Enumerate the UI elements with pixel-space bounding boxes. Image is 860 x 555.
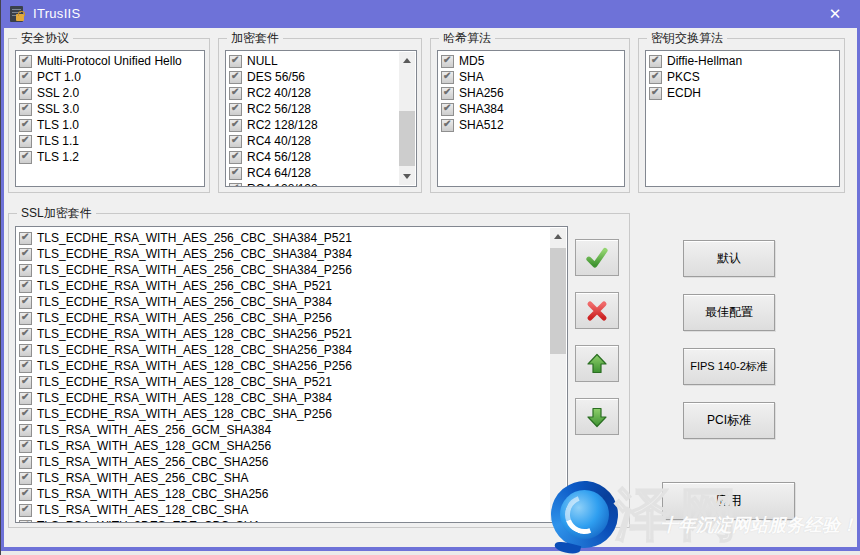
checkbox-checked-icon[interactable]: [19, 87, 32, 100]
list-item[interactable]: RC2 128/128: [228, 117, 399, 133]
checkbox-checked-icon[interactable]: [19, 520, 32, 524]
list-item[interactable]: TLS_RSA_WITH_AES_256_GCM_SHA384: [18, 422, 550, 438]
checkbox-checked-icon[interactable]: [441, 103, 454, 116]
checkbox-checked-icon[interactable]: [19, 103, 32, 116]
checkbox-checked-icon[interactable]: [229, 119, 242, 132]
checkbox-checked-icon[interactable]: [19, 280, 32, 293]
list-item[interactable]: TLS_ECDHE_RSA_WITH_AES_256_CBC_SHA384_P2…: [18, 262, 550, 278]
checkbox-checked-icon[interactable]: [19, 55, 32, 68]
checkbox-checked-icon[interactable]: [441, 55, 454, 68]
list-item[interactable]: SSL 3.0: [18, 101, 204, 117]
close-button[interactable]: ✕: [818, 2, 852, 26]
list-item[interactable]: PCT 1.0: [18, 69, 204, 85]
list-item[interactable]: TLS_ECDHE_RSA_WITH_AES_256_CBC_SHA_P256: [18, 310, 550, 326]
checkbox-checked-icon[interactable]: [19, 504, 32, 517]
checkbox-checked-icon[interactable]: [441, 87, 454, 100]
checkbox-checked-icon[interactable]: [19, 312, 32, 325]
checkbox-checked-icon[interactable]: [229, 183, 242, 188]
list-item[interactable]: ECDH: [648, 85, 839, 101]
list-item[interactable]: RC4 40/128: [228, 133, 399, 149]
checkbox-checked-icon[interactable]: [229, 55, 242, 68]
list-item[interactable]: TLS_RSA_WITH_AES_256_CBC_SHA: [18, 470, 550, 486]
list-item[interactable]: Diffie-Hellman: [648, 53, 839, 69]
list-item[interactable]: RC2 40/128: [228, 85, 399, 101]
scroll-up-button[interactable]: [550, 228, 566, 245]
checkbox-checked-icon[interactable]: [19, 264, 32, 277]
list-item[interactable]: RC4 128/128: [228, 181, 399, 187]
checkbox-checked-icon[interactable]: [19, 440, 32, 453]
list-item[interactable]: SHA384: [440, 101, 624, 117]
checkbox-checked-icon[interactable]: [441, 71, 454, 84]
scroll-down-button[interactable]: [399, 168, 415, 185]
list-item[interactable]: DES 56/56: [228, 69, 399, 85]
apply-button[interactable]: 应用: [662, 482, 795, 520]
checkbox-checked-icon[interactable]: [19, 119, 32, 132]
list-item[interactable]: Multi-Protocol Unified Hello: [18, 53, 204, 69]
list-item[interactable]: PKCS: [648, 69, 839, 85]
move-up-button[interactable]: [575, 345, 619, 382]
checkbox-checked-icon[interactable]: [19, 71, 32, 84]
checkbox-checked-icon[interactable]: [19, 408, 32, 421]
checkbox-checked-icon[interactable]: [229, 167, 242, 180]
scroll-up-button[interactable]: [399, 52, 415, 69]
list-item[interactable]: TLS_ECDHE_RSA_WITH_AES_256_CBC_SHA_P521: [18, 278, 550, 294]
list-item[interactable]: RC4 64/128: [228, 165, 399, 181]
list-item[interactable]: TLS_ECDHE_RSA_WITH_AES_128_CBC_SHA256_P2…: [18, 358, 550, 374]
checkbox-checked-icon[interactable]: [229, 71, 242, 84]
checkbox-checked-icon[interactable]: [19, 392, 32, 405]
checkbox-checked-icon[interactable]: [19, 232, 32, 245]
scroll-down-button[interactable]: [550, 504, 566, 521]
checkbox-checked-icon[interactable]: [649, 71, 662, 84]
checkbox-checked-icon[interactable]: [19, 328, 32, 341]
checkbox-checked-icon[interactable]: [229, 103, 242, 116]
checkbox-checked-icon[interactable]: [441, 119, 454, 132]
checkbox-checked-icon[interactable]: [19, 248, 32, 261]
list-item[interactable]: TLS_ECDHE_RSA_WITH_AES_128_CBC_SHA_P384: [18, 390, 550, 406]
list-item[interactable]: TLS_ECDHE_RSA_WITH_AES_256_CBC_SHA384_P3…: [18, 246, 550, 262]
list-item[interactable]: RC4 56/128: [228, 149, 399, 165]
checkbox-checked-icon[interactable]: [229, 87, 242, 100]
list-item[interactable]: SSL 2.0: [18, 85, 204, 101]
checkbox-checked-icon[interactable]: [19, 344, 32, 357]
move-down-button[interactable]: [575, 398, 619, 435]
list-item[interactable]: TLS_ECDHE_RSA_WITH_AES_128_CBC_SHA256_P3…: [18, 342, 550, 358]
default-button[interactable]: 默认: [683, 240, 775, 277]
accept-button[interactable]: [575, 239, 619, 276]
checkbox-checked-icon[interactable]: [19, 151, 32, 164]
checkbox-checked-icon[interactable]: [229, 135, 242, 148]
list-item[interactable]: TLS_RSA_WITH_3DES_EDE_CBC_SHA: [18, 518, 550, 523]
checkbox-checked-icon[interactable]: [19, 424, 32, 437]
scroll-thumb[interactable]: [399, 111, 415, 166]
checkbox-checked-icon[interactable]: [19, 456, 32, 469]
list-item[interactable]: SHA256: [440, 85, 624, 101]
checkbox-checked-icon[interactable]: [649, 87, 662, 100]
scroll-thumb[interactable]: [550, 248, 566, 354]
list-item[interactable]: TLS_ECDHE_RSA_WITH_AES_128_CBC_SHA_P521: [18, 374, 550, 390]
best-config-button[interactable]: 最佳配置: [683, 294, 775, 331]
fips-standard-button[interactable]: FIPS 140-2标准: [683, 348, 775, 385]
checkbox-checked-icon[interactable]: [19, 376, 32, 389]
checkbox-checked-icon[interactable]: [19, 296, 32, 309]
pci-standard-button[interactable]: PCI标准: [683, 402, 775, 439]
list-item[interactable]: TLS_RSA_WITH_AES_128_GCM_SHA256: [18, 438, 550, 454]
checkbox-checked-icon[interactable]: [649, 55, 662, 68]
list-item[interactable]: RC2 56/128: [228, 101, 399, 117]
list-item[interactable]: TLS_ECDHE_RSA_WITH_AES_256_CBC_SHA384_P5…: [18, 230, 550, 246]
list-item[interactable]: TLS 1.0: [18, 117, 204, 133]
checkbox-checked-icon[interactable]: [19, 360, 32, 373]
list-item[interactable]: TLS_RSA_WITH_AES_128_CBC_SHA256: [18, 486, 550, 502]
list-item[interactable]: TLS_RSA_WITH_AES_256_CBC_SHA256: [18, 454, 550, 470]
list-item[interactable]: MD5: [440, 53, 624, 69]
reject-button[interactable]: [575, 292, 619, 329]
list-item[interactable]: TLS_ECDHE_RSA_WITH_AES_256_CBC_SHA_P384: [18, 294, 550, 310]
list-item[interactable]: SHA: [440, 69, 624, 85]
list-item[interactable]: TLS 1.1: [18, 133, 204, 149]
list-item[interactable]: TLS_RSA_WITH_AES_128_CBC_SHA: [18, 502, 550, 518]
list-item[interactable]: TLS_ECDHE_RSA_WITH_AES_128_CBC_SHA256_P5…: [18, 326, 550, 342]
list-item[interactable]: SHA512: [440, 117, 624, 133]
checkbox-checked-icon[interactable]: [19, 135, 32, 148]
checkbox-checked-icon[interactable]: [19, 488, 32, 501]
list-item[interactable]: TLS_ECDHE_RSA_WITH_AES_128_CBC_SHA_P256: [18, 406, 550, 422]
list-item[interactable]: NULL: [228, 53, 399, 69]
checkbox-checked-icon[interactable]: [19, 472, 32, 485]
